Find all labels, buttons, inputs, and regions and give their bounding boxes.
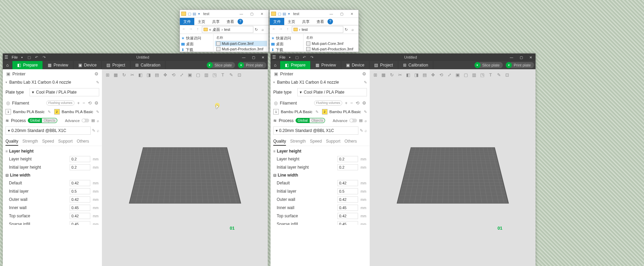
param-input[interactable]: 0.2	[337, 164, 358, 170]
color-swatch[interactable]: 2	[54, 109, 60, 114]
compare-icon[interactable]: ▤	[91, 118, 95, 123]
search-icon[interactable]: ⌕	[352, 27, 357, 32]
subtab-support[interactable]: Support	[58, 137, 72, 146]
save-icon[interactable]: ▢	[27, 55, 32, 60]
ribbon-tab-view[interactable]: 查看	[313, 18, 327, 25]
device-tab[interactable]: ▣Device	[73, 61, 102, 69]
file-menu[interactable]: File	[277, 55, 288, 59]
subtab-others[interactable]: Others	[77, 137, 89, 146]
ribbon-tab-home[interactable]: 主页	[194, 18, 209, 25]
gear-icon[interactable]: ⚙	[94, 71, 99, 76]
tool-icon[interactable]: ◳	[211, 71, 218, 78]
hamburger-icon[interactable]: ☰	[271, 55, 277, 60]
arrange-icon[interactable]: ▦	[112, 71, 119, 78]
minimize-button[interactable]: —	[507, 56, 516, 59]
tool-icon[interactable]: ▢	[194, 71, 202, 78]
edit-icon[interactable]: ✎	[96, 110, 99, 114]
param-input[interactable]: 0.45	[70, 205, 90, 211]
file-menu[interactable]: File	[10, 55, 20, 59]
printer-select[interactable]: ▾ Bambu Lab X1 Carbon 0.4 nozzle ✎	[3, 78, 102, 86]
help-icon[interactable]: ?	[327, 19, 333, 24]
plate-type-select[interactable]: ▾Cool Plate / PLA Plate	[30, 88, 99, 96]
nav-downloads[interactable]: ⬇下载	[271, 47, 302, 53]
filament-panel-header[interactable]: ◎ Filament Flushing volumes + − ⟲ ⚙	[3, 98, 102, 108]
search-icon[interactable]: ⌕	[262, 27, 267, 32]
close-button[interactable]: ✕	[347, 10, 357, 17]
prepare-tab[interactable]: ◧Prepare	[12, 61, 43, 69]
close-button[interactable]: ✕	[258, 56, 268, 59]
tool-icon[interactable]: ▥	[203, 71, 210, 78]
subtab-strength[interactable]: Strength	[22, 137, 38, 146]
hamburger-icon[interactable]: ☰	[3, 55, 10, 60]
forward-button[interactable]: →	[188, 27, 194, 32]
param-input[interactable]: 0.42	[70, 213, 90, 219]
chevron-down-icon[interactable]: ▾	[20, 56, 24, 59]
forward-button[interactable]: →	[278, 27, 284, 32]
file-row[interactable]: Muti-part-Core.3mf	[305, 41, 357, 46]
3d-viewport[interactable]: ⊞▦↻✂◧◨▤✥⟲⤢▣▢▥◳T✎⊡ 01	[370, 69, 536, 266]
filament-slot-1[interactable]: 1 Bambu PLA Basic ✎	[5, 109, 51, 114]
file-row[interactable]: Muti-part-Production.3mf	[215, 46, 267, 52]
add-plate-icon[interactable]: ⊞	[371, 71, 379, 78]
edit-icon[interactable]: ✎	[48, 110, 51, 114]
param-input[interactable]: 0.42	[337, 196, 358, 203]
slice-button[interactable]: ▾Slice plate	[207, 62, 235, 69]
move-icon[interactable]: ✥	[161, 71, 169, 78]
edit-icon[interactable]: ✎	[360, 128, 363, 133]
gear-icon[interactable]: ⚙	[362, 100, 366, 106]
prepare-tab[interactable]: ◧Prepare	[280, 61, 311, 69]
3d-viewport[interactable]: ⊞ ▦ ↻ ✂ ◧ ◨ ▤ ✥ ⟲ ⤢ ▣ ▢ ▥ ◳ T ✎ ⊡ 01	[102, 69, 268, 266]
slice-button[interactable]: ▾Slice plate	[474, 62, 503, 69]
save-icon[interactable]: ▢	[295, 55, 299, 60]
calibration-tab[interactable]: ⊞Calibration	[398, 61, 433, 69]
tool-icon[interactable]: ▣	[186, 71, 194, 78]
subtab-quality[interactable]: Quality	[273, 137, 286, 146]
add-plate-icon[interactable]: ⊞	[104, 71, 111, 78]
subtab-quality[interactable]: Quality	[5, 137, 18, 146]
build-plate[interactable]	[397, 147, 509, 204]
param-input[interactable]: 0.2	[337, 156, 358, 162]
printer-panel-header[interactable]: ▣ Printer ⚙	[3, 69, 102, 78]
column-header-name[interactable]: 名称	[215, 35, 267, 41]
add-filament-button[interactable]: +	[77, 100, 80, 106]
undo-icon[interactable]: ↶	[302, 55, 307, 60]
advance-toggle[interactable]	[82, 119, 89, 122]
edit-icon[interactable]: ✎	[96, 80, 99, 85]
file-explorer-window-right[interactable]: ▢▤▾ test — ▢ ✕ 文件 主页 共享 查看 ? ← → ↑ › tes…	[269, 10, 359, 52]
subtab-strength[interactable]: Strength	[290, 137, 306, 146]
titlebar[interactable]: ▢▤▾ test — ▢ ✕	[270, 10, 358, 18]
flushing-volumes-button[interactable]: Flushing volumes	[314, 100, 342, 106]
param-input[interactable]: 0.45	[337, 221, 358, 225]
param-input[interactable]: 0.45	[70, 221, 90, 225]
redo-icon[interactable]: ↷	[42, 55, 47, 60]
quick-access[interactable]: ★快速访问	[181, 35, 212, 41]
crumb[interactable]: 桌面	[212, 27, 220, 32]
compare-icon[interactable]: ▤	[359, 118, 363, 123]
undo-icon[interactable]: ↶	[34, 55, 39, 60]
param-input[interactable]: 0.42	[337, 213, 358, 219]
param-input[interactable]: 0.42	[337, 180, 358, 186]
nav-desktop[interactable]: 桌面	[181, 41, 212, 47]
minimize-button[interactable]: —	[236, 10, 246, 17]
plate-type-select[interactable]: ▾Cool Plate / PLA Plate	[297, 88, 367, 96]
advance-toggle[interactable]	[349, 119, 357, 122]
close-button[interactable]: ✕	[526, 56, 536, 59]
device-tab[interactable]: ▣Device	[341, 61, 370, 69]
up-button[interactable]: ↑	[285, 27, 290, 32]
subtab-speed[interactable]: Speed	[310, 137, 322, 146]
section-line-width[interactable]: ⊟Line width	[5, 171, 100, 179]
minimize-button[interactable]: —	[326, 10, 336, 17]
build-plate[interactable]	[129, 147, 241, 204]
redo-icon[interactable]: ↷	[310, 55, 314, 60]
sync-icon[interactable]: ⟲	[356, 100, 359, 106]
close-button[interactable]: ✕	[257, 10, 267, 17]
ribbon-tab-view[interactable]: 查看	[223, 18, 238, 25]
scale-icon[interactable]: ⤢	[178, 71, 185, 78]
global-objects-toggle[interactable]: GlobalObjects	[296, 118, 325, 123]
ribbon-tab-home[interactable]: 主页	[284, 18, 299, 25]
param-input[interactable]: 0.5	[70, 188, 90, 194]
search-icon[interactable]: ⌕	[365, 128, 367, 133]
color-swatch[interactable]: 1	[5, 109, 11, 114]
text-icon[interactable]: T	[219, 71, 227, 78]
qat-save-icon[interactable]: ▢	[187, 12, 192, 16]
